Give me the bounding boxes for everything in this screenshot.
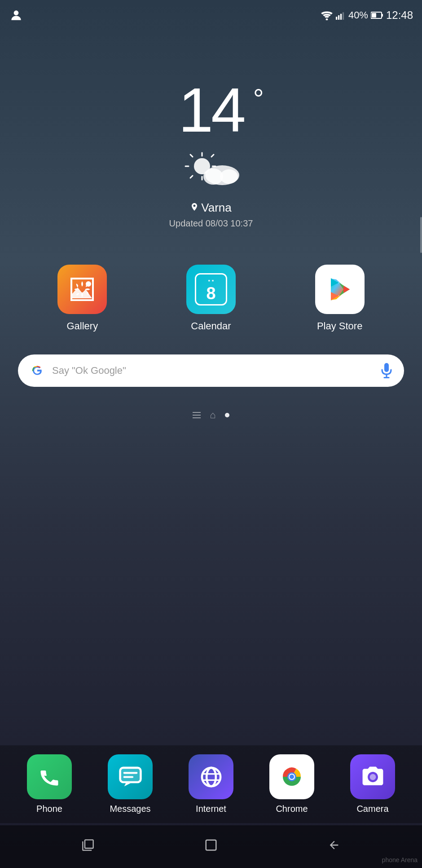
calendar-app[interactable]: ▪ ▪ 8 Calendar: [186, 265, 236, 332]
svg-rect-8: [372, 13, 376, 18]
svg-line-16: [190, 176, 193, 178]
gallery-icon: [57, 265, 107, 314]
phone-label: Phone: [36, 804, 62, 814]
svg-point-31: [207, 767, 216, 786]
status-right: 40% 12:48: [321, 9, 413, 22]
calendar-icon: ▪ ▪ 8: [186, 265, 236, 314]
back-button[interactable]: [328, 839, 340, 855]
camera-app[interactable]: Camera: [350, 754, 395, 814]
playstore-icon: [315, 265, 365, 314]
location-name: Varna: [201, 201, 231, 215]
nav-recents-hint: [193, 412, 201, 418]
phone-app[interactable]: Phone: [27, 754, 72, 814]
playstore-app[interactable]: Play Store: [315, 265, 365, 332]
weather-temperature: 14°: [178, 79, 244, 142]
calendar-date: 8: [206, 285, 215, 302]
nav-dot-active: [225, 413, 229, 417]
signal-icon: [336, 10, 346, 20]
svg-point-1: [326, 18, 328, 20]
svg-point-30: [202, 767, 220, 786]
svg-line-15: [211, 155, 214, 157]
calendar-label: Calendar: [191, 320, 231, 332]
svg-rect-3: [338, 15, 339, 20]
status-bar: 40% 12:48: [0, 0, 422, 25]
messages-icon: [108, 754, 153, 799]
internet-label: Internet: [196, 804, 226, 814]
gallery-app[interactable]: Gallery: [57, 265, 107, 332]
svg-rect-40: [206, 840, 216, 850]
weather-icon: [180, 151, 242, 194]
svg-point-0: [14, 10, 19, 15]
dock: Phone Messages Internet: [0, 745, 422, 823]
status-left: [9, 8, 23, 22]
svg-point-39: [369, 774, 376, 780]
svg-point-19: [220, 169, 238, 184]
user-icon: [9, 8, 23, 22]
svg-rect-5: [343, 12, 344, 20]
search-bar[interactable]: Say "Ok Google": [18, 354, 404, 387]
svg-rect-4: [340, 13, 342, 19]
google-logo: [29, 363, 45, 379]
weather-widget: 14° Varna Updated 08/03 10:37: [0, 79, 422, 229]
camera-icon: [350, 754, 395, 799]
weather-updated: Updated 08/03 10:37: [169, 218, 253, 229]
chrome-label: Chrome: [276, 804, 308, 814]
messages-app[interactable]: Messages: [108, 754, 153, 814]
chrome-icon: [269, 754, 314, 799]
recents-button[interactable]: [82, 839, 94, 855]
nav-dots: ⌂: [0, 409, 422, 421]
nav-home-hint: ⌂: [210, 409, 215, 421]
svg-rect-2: [336, 17, 337, 20]
watermark: phone Arena: [382, 856, 418, 864]
wifi-icon: [321, 10, 333, 20]
search-placeholder: Say "Ok Google": [52, 365, 373, 376]
camera-label: Camera: [356, 804, 388, 814]
app-grid: Gallery ▪ ▪ 8 Calendar: [0, 265, 422, 332]
playstore-label: Play Store: [317, 320, 363, 332]
system-nav: [0, 825, 422, 868]
home-button[interactable]: [204, 838, 218, 855]
mic-icon[interactable]: [380, 363, 393, 379]
gallery-label: Gallery: [66, 320, 98, 332]
weather-location: Varna: [190, 201, 231, 215]
phone-icon: [27, 754, 72, 799]
internet-icon: [189, 754, 233, 799]
battery-percent: 40%: [348, 9, 368, 21]
battery-icon: [371, 11, 383, 19]
chrome-app[interactable]: Chrome: [269, 754, 314, 814]
scrollbar-hint: [420, 217, 422, 253]
svg-rect-27: [120, 767, 141, 782]
svg-line-14: [190, 155, 193, 157]
svg-point-22: [30, 363, 44, 378]
svg-rect-23: [384, 363, 389, 372]
svg-rect-7: [382, 14, 383, 17]
messages-label: Messages: [110, 804, 150, 814]
svg-point-38: [290, 775, 294, 779]
clock: 12:48: [386, 9, 413, 22]
internet-app[interactable]: Internet: [189, 754, 233, 814]
